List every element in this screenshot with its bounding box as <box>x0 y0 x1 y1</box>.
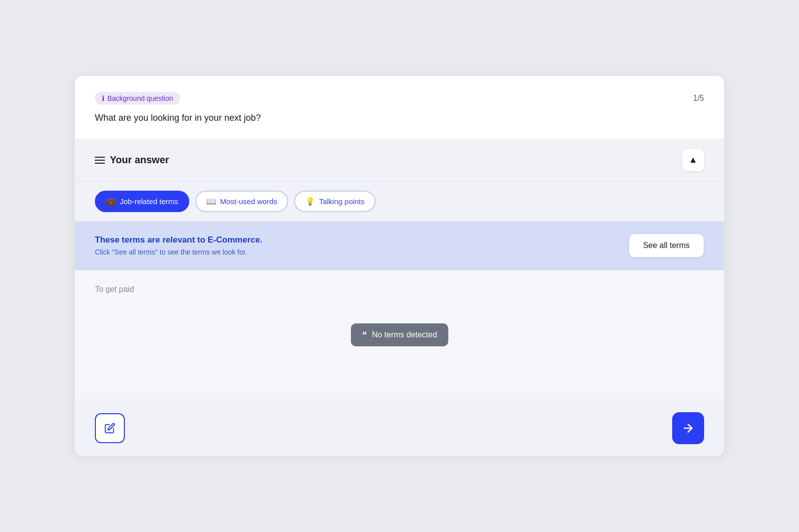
book-icon: 📖 <box>206 197 216 206</box>
briefcase-icon: 💼 <box>106 197 116 206</box>
tab-most-used-words[interactable]: 📖 Most-used words <box>195 191 288 212</box>
quote-icon: ❝ <box>362 329 367 340</box>
info-title: These terms are relevant to E-Commerce. <box>95 235 619 245</box>
question-text: What are you looking for in your next jo… <box>95 112 693 124</box>
no-terms-badge: ❝ No terms detected <box>351 323 448 346</box>
edit-button[interactable] <box>95 413 125 443</box>
answer-title-text: Your answer <box>110 154 169 166</box>
hamburger-icon <box>95 157 105 164</box>
tab-job-related-terms-label: Job-related terms <box>120 197 178 206</box>
hamburger-line-3 <box>95 163 105 164</box>
question-content: ℹ Background question What are you looki… <box>95 92 693 124</box>
tabs-section: 💼 Job-related terms 📖 Most-used words 💡 … <box>75 182 724 222</box>
arrow-right-icon <box>682 422 695 435</box>
tab-most-used-words-label: Most-used words <box>220 197 277 206</box>
user-answer-text: To get paid <box>95 285 704 294</box>
background-badge-label: Background question <box>107 94 173 102</box>
pencil-icon <box>104 423 115 434</box>
see-all-terms-button[interactable]: See all terms <box>629 234 704 258</box>
answer-header: Your answer ▲ <box>75 139 724 182</box>
tab-job-related-terms[interactable]: 💼 Job-related terms <box>95 191 189 212</box>
collapse-button[interactable]: ▲ <box>682 149 704 171</box>
lightbulb-icon: 💡 <box>305 197 315 206</box>
info-subtitle: Click "See all terms" to see the terms w… <box>95 248 619 256</box>
answer-area: To get paid ❝ No terms detected <box>75 270 724 400</box>
info-banner: These terms are relevant to E-Commerce. … <box>75 222 724 270</box>
info-icon: ℹ <box>102 94 104 102</box>
background-badge: ℹ Background question <box>95 92 180 105</box>
info-text: These terms are relevant to E-Commerce. … <box>95 235 619 256</box>
next-button[interactable] <box>672 412 704 444</box>
answer-title: Your answer <box>95 154 169 166</box>
hamburger-line-1 <box>95 157 105 158</box>
no-terms-label: No terms detected <box>372 330 437 339</box>
tab-talking-points-label: Talking points <box>319 197 365 206</box>
main-card: ℹ Background question What are you looki… <box>75 76 724 456</box>
tab-talking-points[interactable]: 💡 Talking points <box>294 191 376 212</box>
chevron-up-icon: ▲ <box>689 155 698 165</box>
hamburger-line-2 <box>95 160 105 161</box>
question-counter: 1/5 <box>693 92 704 103</box>
question-section: ℹ Background question What are you looki… <box>75 76 724 139</box>
footer <box>75 400 724 456</box>
